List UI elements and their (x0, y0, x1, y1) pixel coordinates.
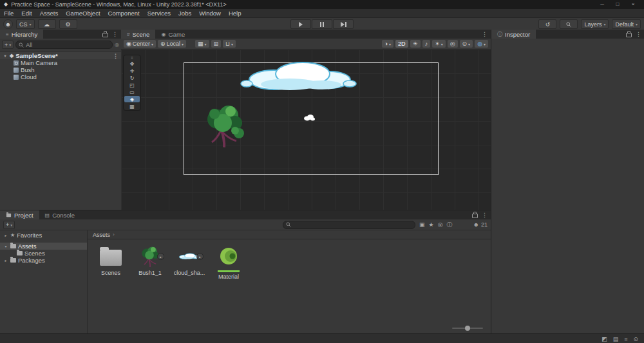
2d-mode-toggle[interactable]: 2D (395, 40, 408, 48)
disclosure-triangle-icon[interactable]: ▾ (3, 53, 8, 58)
slider-thumb[interactable] (465, 326, 470, 331)
kebab-menu-icon[interactable]: ⋮ (482, 30, 488, 39)
project-search-field[interactable] (283, 221, 415, 229)
search-by-label-icon[interactable]: ★ (429, 221, 434, 228)
effects-dropdown[interactable]: ✶ ▾ (432, 40, 446, 48)
tab-scene[interactable]: # Scene (121, 30, 155, 39)
rotate-tool[interactable]: ↻ (124, 75, 140, 81)
tab-hierarchy[interactable]: ≡ Hierarchy (0, 30, 43, 39)
hierarchy-filter-icon[interactable]: ◎ (115, 42, 119, 48)
info-icon[interactable]: ⓘ (447, 221, 453, 229)
disclosure-triangle-icon[interactable]: ▾ (3, 244, 8, 248)
sidebar-item-packages[interactable]: ▸ Packages (0, 257, 87, 264)
tab-game[interactable]: ◉ Game (155, 30, 191, 39)
menu-file[interactable]: File (0, 9, 17, 17)
status-window-icon[interactable]: ▤ (613, 336, 619, 342)
grid-visibility-dropdown[interactable]: ▦ ▾ (195, 40, 209, 48)
scene-asset-icon: ◆ (10, 53, 14, 59)
gizmos-dropdown[interactable]: ◍ ▾ (475, 40, 488, 48)
add-gameobject-button[interactable]: + ▾ (2, 41, 14, 49)
project-search-input[interactable] (293, 221, 412, 228)
kebab-menu-icon[interactable]: ⋮ (113, 51, 118, 60)
hidden-objects-toggle[interactable]: ◎ (448, 40, 458, 48)
sidebar-item-scenes[interactable]: Scenes (0, 250, 87, 257)
sidebar-item-favorites[interactable]: ▸ ★ Favorites (0, 232, 87, 239)
menu-help[interactable]: Help (225, 9, 245, 17)
layout-dropdown[interactable]: Default ▾ (612, 19, 641, 29)
search-by-type-icon[interactable]: ▣ (419, 221, 425, 228)
settings-button[interactable]: ⚙ (59, 19, 77, 29)
lock-icon[interactable] (472, 214, 478, 218)
scene-viewport[interactable]: ≡ ✥ ✛ ↻ ◰ ▭ ◈ ▦ (121, 50, 491, 210)
layers-dropdown[interactable]: Layers ▾ (581, 19, 609, 29)
small-cloud-sprite[interactable] (303, 114, 315, 121)
thumbnail-size-slider[interactable] (452, 328, 483, 329)
undo-history-button[interactable]: ↺ (538, 19, 556, 29)
expand-sprite-icon[interactable]: ▸ (196, 253, 204, 260)
status-paint-icon[interactable]: ◩ (601, 336, 607, 342)
hidden-count-badge[interactable]: ☻ 21 (473, 221, 488, 228)
close-button[interactable]: × (626, 0, 640, 9)
orientation-dropdown[interactable]: ⊕ Local ▾ (158, 40, 186, 48)
overlay-drag-handle[interactable]: ≡ (124, 56, 140, 60)
search-button[interactable] (560, 19, 578, 29)
asset-item-scenes-folder[interactable]: Scenes (94, 244, 128, 276)
tree-row-bush[interactable]: Bush (0, 66, 121, 73)
step-button[interactable] (333, 19, 354, 29)
menu-services[interactable]: Services (144, 9, 175, 17)
menu-component[interactable]: Component (104, 9, 144, 17)
asset-item-cloud-sprite[interactable]: ▸ cloud_sha... (173, 244, 206, 276)
move-tool[interactable]: ✛ (124, 68, 140, 74)
disclosure-triangle-icon[interactable]: ▸ (3, 258, 8, 263)
transform-tool[interactable]: ◈ (124, 96, 140, 102)
scene-lighting-toggle[interactable]: ☀ (410, 40, 421, 48)
breadcrumb-assets[interactable]: Assets (93, 232, 110, 238)
cloud-sprite[interactable] (238, 58, 361, 93)
sidebar-item-assets[interactable]: ▾ Assets (0, 243, 87, 250)
menu-edit[interactable]: Edit (17, 9, 35, 17)
account-dropdown[interactable]: CS ▾ (16, 19, 35, 29)
play-button[interactable] (290, 19, 311, 29)
shading-mode-dropdown[interactable]: ◑ ▾ (382, 40, 393, 48)
camera-settings-dropdown[interactable]: ⊙ ▾ (460, 40, 473, 48)
status-console-icon[interactable]: ≡ (624, 336, 627, 342)
tab-console[interactable]: ▤ Console (39, 210, 80, 219)
view-tool[interactable]: ✥ (124, 60, 140, 67)
gameobject-label: Bush (21, 66, 35, 73)
maximize-button[interactable]: □ (611, 0, 625, 9)
menu-assets[interactable]: Assets (36, 9, 62, 17)
menu-window[interactable]: Window (195, 9, 225, 17)
kebab-menu-icon[interactable]: ⋮ (636, 30, 641, 39)
tree-row-cloud[interactable]: Cloud (0, 73, 121, 80)
tree-row-main-camera[interactable]: Main Camera (0, 59, 121, 66)
hierarchy-search-input[interactable]: All (15, 41, 113, 49)
lock-icon[interactable] (102, 33, 108, 37)
kebab-menu-icon[interactable]: ⋮ (482, 210, 488, 219)
asset-item-material[interactable]: Material (212, 244, 245, 280)
kebab-menu-icon[interactable]: ⋮ (112, 30, 118, 39)
snapping-dropdown[interactable]: ⊔ ▾ (223, 40, 236, 48)
disclosure-triangle-icon[interactable]: ▸ (3, 233, 8, 237)
bush-sprite[interactable] (202, 102, 247, 149)
audio-toggle[interactable]: ♪ (422, 40, 431, 48)
rect-tool[interactable]: ▭ (124, 89, 140, 95)
menu-jobs[interactable]: Jobs (175, 9, 195, 17)
create-asset-button[interactable]: + ▾ (3, 221, 15, 229)
cloud-services-button[interactable]: ☁ (38, 19, 56, 29)
hidden-items-icon[interactable]: ◎ (438, 221, 443, 228)
scale-tool[interactable]: ◰ (124, 82, 140, 88)
tab-project[interactable]: Project (0, 210, 39, 219)
pause-button[interactable] (312, 19, 332, 29)
lock-icon[interactable] (626, 33, 632, 37)
menu-gameobject[interactable]: GameObject (62, 9, 104, 17)
tree-row-scene[interactable]: ▾ ◆ SampleScene* ⋮ (0, 52, 121, 59)
pivot-mode-dropdown[interactable]: ◉ Center ▾ (124, 40, 156, 48)
expand-sprite-icon[interactable]: ▸ (157, 253, 164, 260)
status-activity-icon[interactable]: ⊙ (633, 336, 638, 342)
snap-increment-button[interactable]: ⊞ (211, 40, 222, 48)
tab-inspector[interactable]: ⓘ Inspector (491, 30, 536, 39)
minimize-button[interactable]: ─ (595, 0, 609, 9)
asset-item-bush-sprite[interactable]: ▸ Bush1_1 (133, 244, 167, 276)
account-avatar[interactable]: ☻ (3, 19, 13, 29)
custom-tool[interactable]: ▦ (124, 103, 140, 109)
